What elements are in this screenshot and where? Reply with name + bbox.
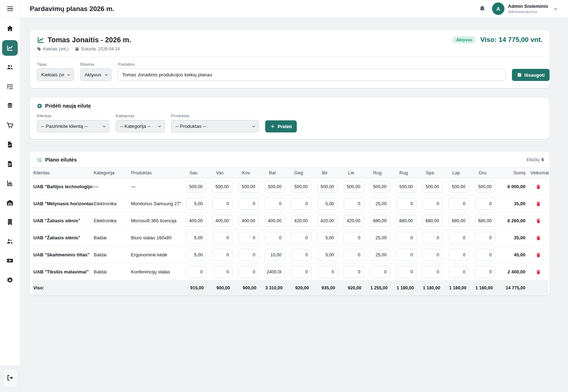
month-value-input[interactable] (449, 249, 469, 261)
sidebar-item-file-invoice[interactable] (2, 156, 18, 172)
month-value-input[interactable] (291, 266, 311, 278)
month-value-input[interactable] (239, 249, 259, 261)
delete-row-button[interactable] (534, 234, 542, 242)
month-value-input[interactable] (239, 215, 259, 227)
hamburger-icon[interactable] (6, 5, 15, 13)
delete-row-button[interactable] (534, 200, 542, 208)
month-value-input[interactable] (291, 181, 311, 193)
month-value-input[interactable] (212, 266, 233, 278)
month-value-input[interactable] (291, 249, 311, 261)
kategorija-select[interactable]: -- Kategorija -- (116, 120, 165, 132)
month-value-input[interactable] (265, 249, 285, 261)
avatar[interactable]: A (492, 2, 504, 15)
user-menu[interactable]: A Admin Sisteminis Administratorius (492, 2, 558, 15)
delete-row-button[interactable] (534, 183, 542, 191)
month-value-input[interactable] (475, 266, 495, 278)
produktas-select[interactable]: -- Produktas -- (171, 120, 259, 132)
month-value-input[interactable] (317, 215, 338, 227)
month-value-input[interactable] (422, 232, 443, 244)
month-value-input[interactable] (449, 198, 469, 210)
sidebar-item-building[interactable] (2, 214, 18, 230)
month-value-input[interactable] (239, 232, 259, 244)
sidebar-item-users-gear[interactable] (2, 234, 18, 249)
month-value-input[interactable] (449, 181, 469, 193)
month-value-input[interactable] (396, 215, 416, 227)
month-value-input[interactable] (370, 215, 390, 227)
delete-row-button[interactable] (534, 217, 542, 225)
month-value-input[interactable] (475, 249, 495, 261)
tipas-select[interactable]: Kiekiais (vnt.) (37, 69, 74, 81)
month-value-input[interactable] (449, 232, 469, 244)
month-value-input[interactable] (186, 198, 206, 210)
sidebar-item-cart[interactable] (2, 118, 18, 133)
month-value-input[interactable] (186, 232, 206, 244)
delete-row-button[interactable] (534, 268, 542, 276)
sidebar-item-home[interactable] (2, 21, 18, 36)
month-value-input[interactable] (449, 215, 469, 227)
month-value-input[interactable] (317, 181, 338, 193)
month-value-input[interactable] (422, 198, 443, 210)
month-value-input[interactable] (212, 232, 233, 244)
chevron-down-icon[interactable] (553, 6, 558, 11)
month-value-input[interactable] (212, 198, 233, 210)
month-value-input[interactable] (291, 232, 311, 244)
month-value-input[interactable] (317, 198, 338, 210)
save-button[interactable]: Išsaugoti (512, 69, 550, 81)
month-value-input[interactable] (265, 181, 285, 193)
month-value-input[interactable] (239, 181, 259, 193)
sidebar-item-file-chart[interactable] (2, 137, 18, 152)
month-value-input[interactable] (212, 215, 233, 227)
add-button[interactable]: Pridėti (265, 120, 297, 132)
month-value-input[interactable] (291, 215, 311, 227)
sidebar-item-list-check[interactable] (2, 79, 18, 94)
sidebar-item-chart-line[interactable] (2, 40, 18, 56)
month-value-input[interactable] (344, 266, 364, 278)
month-value-input[interactable] (475, 232, 495, 244)
month-value-input[interactable] (370, 266, 390, 278)
month-value-input[interactable] (475, 181, 495, 193)
pastabos-input[interactable] (118, 69, 506, 81)
month-value-input[interactable] (186, 266, 206, 278)
klientas-select[interactable]: -- Pasirinkite klientą -- (37, 120, 109, 132)
month-value-input[interactable] (370, 181, 390, 193)
sidebar-item-money-bill[interactable] (2, 253, 18, 268)
month-value-input[interactable] (239, 266, 259, 278)
busena-select[interactable]: Aktyvus (80, 69, 111, 81)
month-value-input[interactable] (396, 249, 416, 261)
month-value-input[interactable] (239, 198, 259, 210)
logout-button[interactable] (3, 369, 18, 388)
month-value-input[interactable] (396, 232, 416, 244)
month-value-input[interactable] (265, 266, 285, 278)
month-value-input[interactable] (370, 232, 390, 244)
month-value-input[interactable] (396, 266, 416, 278)
month-value-input[interactable] (422, 249, 443, 261)
month-value-input[interactable] (344, 232, 364, 244)
month-value-input[interactable] (265, 232, 285, 244)
month-value-input[interactable] (475, 198, 495, 210)
month-value-input[interactable] (422, 215, 443, 227)
sidebar-item-users[interactable] (2, 59, 18, 75)
month-value-input[interactable] (396, 181, 416, 193)
month-value-input[interactable] (317, 266, 338, 278)
month-value-input[interactable] (370, 249, 390, 261)
month-value-input[interactable] (344, 215, 364, 227)
month-value-input[interactable] (186, 181, 206, 193)
month-value-input[interactable] (317, 232, 338, 244)
month-value-input[interactable] (370, 198, 390, 210)
sidebar-item-coins[interactable] (2, 98, 18, 114)
month-value-input[interactable] (344, 249, 364, 261)
month-value-input[interactable] (475, 215, 495, 227)
month-value-input[interactable] (344, 198, 364, 210)
month-value-input[interactable] (422, 266, 443, 278)
month-value-input[interactable] (422, 181, 443, 193)
sidebar-item-gear[interactable] (2, 272, 18, 288)
bell-icon[interactable] (479, 5, 486, 12)
month-value-input[interactable] (212, 249, 233, 261)
month-value-input[interactable] (186, 249, 206, 261)
month-value-input[interactable] (212, 181, 233, 193)
month-value-input[interactable] (291, 198, 311, 210)
month-value-input[interactable] (317, 249, 338, 261)
month-value-input[interactable] (186, 215, 206, 227)
delete-row-button[interactable] (534, 251, 542, 259)
sidebar-item-warehouse[interactable] (2, 195, 18, 211)
